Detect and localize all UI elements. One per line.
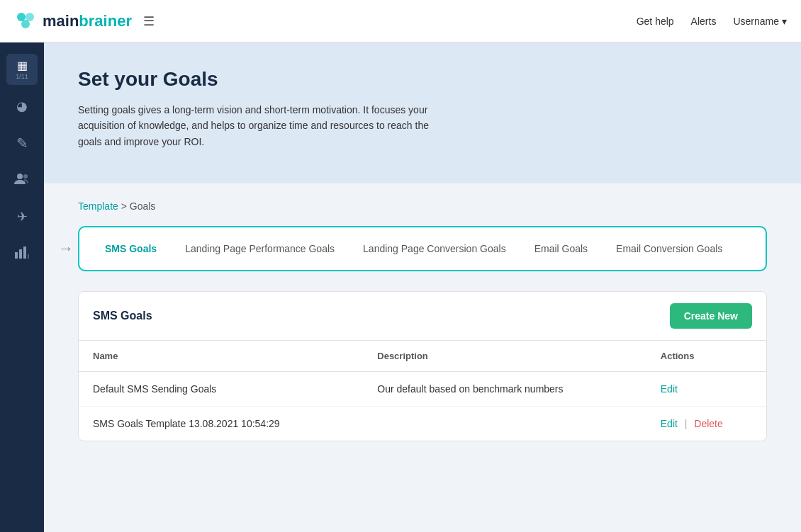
- breadcrumb: Template > Goals: [78, 200, 767, 212]
- table-card-header: SMS Goals Create New: [79, 292, 766, 341]
- svg-point-3: [17, 174, 23, 179]
- sidebar-item-users[interactable]: [6, 164, 38, 196]
- row2-delete-link[interactable]: Delete: [694, 418, 722, 429]
- row1-edit-link[interactable]: Edit: [661, 383, 678, 395]
- sidebar-item-dashboard[interactable]: ▦ 1/11: [6, 54, 38, 85]
- row2-name: SMS Goals Template 13.08.2021 10:54:29: [79, 407, 363, 441]
- breadcrumb-template-link[interactable]: Template: [78, 200, 118, 212]
- col-description: Description: [363, 341, 646, 372]
- sms-goals-card: SMS Goals Create New Name Description Ac…: [78, 291, 767, 441]
- breadcrumb-separator: >: [118, 200, 130, 212]
- row2-description: [363, 407, 646, 441]
- logo[interactable]: mainbrainer: [14, 10, 132, 33]
- sidebar-item-chart[interactable]: ◕: [6, 91, 38, 122]
- sidebar: ▦ 1/11 ◕ ✎ ✈: [0, 43, 44, 532]
- sidebar-step-label: 1/11: [16, 73, 28, 80]
- create-new-button[interactable]: Create New: [670, 303, 752, 329]
- tab-lp-performance[interactable]: Landing Page Performance Goals: [171, 237, 349, 260]
- svg-point-0: [17, 13, 26, 21]
- main-layout: ▦ 1/11 ◕ ✎ ✈: [0, 43, 801, 532]
- row1-description: Our default based on benchmark numbers: [363, 372, 646, 407]
- row1-actions: Edit: [646, 372, 766, 407]
- table-row: Default SMS Sending Goals Our default ba…: [79, 372, 766, 407]
- tab-email-conversion[interactable]: Email Conversion Goals: [602, 237, 736, 260]
- sidebar-item-send[interactable]: ✈: [6, 201, 38, 232]
- navbar-right: Get help Alerts Username ▾: [637, 16, 787, 27]
- breadcrumb-current: Goals: [130, 200, 156, 212]
- svg-point-2: [21, 20, 30, 28]
- sms-goals-table: Name Description Actions Default SMS Sen…: [79, 341, 766, 441]
- tab-email-goals[interactable]: Email Goals: [520, 237, 602, 260]
- svg-rect-8: [28, 254, 29, 259]
- row2-actions: Edit | Delete: [646, 407, 766, 441]
- logo-text: mainbrainer: [43, 12, 132, 30]
- hero-section: Set your Goals Setting goals gives a lon…: [44, 43, 801, 183]
- content-area: Set your Goals Setting goals gives a lon…: [44, 43, 801, 532]
- sidebar-item-edit[interactable]: ✎: [6, 128, 38, 159]
- alerts-link[interactable]: Alerts: [691, 16, 717, 27]
- chart-icon: ◕: [16, 98, 28, 114]
- hero-description: Setting goals gives a long-term vision a…: [78, 102, 447, 149]
- navbar: mainbrainer ☰ Get help Alerts Username ▾: [0, 0, 801, 43]
- table-header-row: Name Description Actions: [79, 341, 766, 372]
- sidebar-item-analytics[interactable]: [6, 238, 38, 269]
- get-help-link[interactable]: Get help: [637, 16, 674, 27]
- svg-rect-7: [23, 247, 26, 259]
- dashboard-icon: ▦: [17, 59, 28, 72]
- svg-rect-5: [15, 252, 18, 259]
- tab-sms-goals[interactable]: SMS Goals: [91, 237, 171, 260]
- svg-point-1: [26, 13, 34, 21]
- users-icon: [14, 172, 30, 188]
- username-button[interactable]: Username ▾: [733, 16, 787, 27]
- edit-icon: ✎: [16, 135, 28, 152]
- row2-edit-link[interactable]: Edit: [661, 418, 678, 429]
- analytics-icon: [14, 246, 30, 261]
- row1-name: Default SMS Sending Goals: [79, 372, 363, 407]
- page-title: Set your Goals: [78, 68, 767, 91]
- action-separator: |: [685, 418, 688, 429]
- table-card-title: SMS Goals: [93, 310, 152, 322]
- hamburger-icon[interactable]: ☰: [143, 13, 155, 29]
- svg-point-4: [23, 174, 28, 179]
- tabs-arrow-icon: →: [58, 239, 74, 258]
- send-icon: ✈: [17, 209, 28, 225]
- tabs-container: → SMS Goals Landing Page Performance Goa…: [78, 226, 767, 271]
- table-row: SMS Goals Template 13.08.2021 10:54:29 E…: [79, 407, 766, 441]
- page-content: Template > Goals → SMS Goals Landing Pag…: [44, 183, 801, 532]
- svg-rect-6: [19, 249, 22, 259]
- col-name: Name: [79, 341, 363, 372]
- logo-icon: [14, 10, 37, 33]
- tab-lp-conversion[interactable]: Landing Page Conversion Goals: [349, 237, 520, 260]
- col-actions: Actions: [646, 341, 766, 372]
